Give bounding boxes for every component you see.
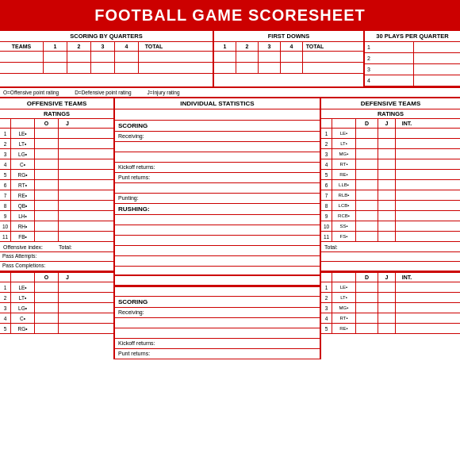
individual-stats-title: INDIVIDUAL STATISTICS — [115, 98, 320, 109]
team1-row — [0, 52, 213, 63]
q4-header: 4 — [115, 42, 139, 51]
receiving-line-2: Receiving: — [115, 308, 320, 318]
offensive-panel: OFFENSIVE TEAMS RATINGS O J 1 LE• 2 LT• … — [0, 98, 115, 359]
def-player-1: 1 LE• — [321, 129, 460, 139]
off-player-11: 11 FB• — [0, 232, 113, 242]
offensive-sub-headers: O J — [0, 119, 113, 129]
scoring-col-headers: TEAMS 1 2 3 4 TOTAL — [0, 42, 213, 52]
offensive-total-label: Total: — [59, 244, 110, 250]
j-rating-note: J=Injury rating — [148, 90, 180, 95]
def-player2-3: 3 MG• — [321, 303, 460, 313]
o-rating-note: O=Offensive point rating — [3, 90, 59, 95]
off-player-7: 7 RE• — [0, 190, 113, 201]
def-player2-5: 5 RE• — [321, 324, 460, 334]
ppq-row4: 4 — [365, 75, 460, 86]
def-player2-4: 4 RT• — [321, 313, 460, 324]
offensive-index-row: Offensive index: Total: — [0, 242, 113, 252]
offensive-index-label: Offensive index: — [3, 244, 59, 250]
def-player-11: 11 FS• — [321, 232, 460, 242]
def-player-3: 3 MG• — [321, 149, 460, 159]
team2-row — [0, 63, 213, 74]
defensive-panel: DEFENSIVE TEAMS RATINGS D J INT. 1 LE• 2… — [321, 98, 460, 359]
scoring-quarters-section: SCORING BY QUARTERS TEAMS 1 2 3 4 TOTAL — [0, 31, 214, 86]
offensive-panel-title: OFFENSIVE TEAMS — [0, 98, 113, 109]
kickoff-line-2: Kickoff returns: — [115, 339, 320, 349]
first-downs-title: FIRST DOWNS — [214, 31, 363, 42]
def-player-9: 9 RCB• — [321, 211, 460, 221]
individual-pass-blank2 — [115, 276, 320, 286]
main-stats-section: OFFENSIVE TEAMS RATINGS O J 1 LE• 2 LT• … — [0, 98, 460, 359]
def-player-4: 4 RT• — [321, 159, 460, 170]
ppq-row1: 1 — [365, 42, 460, 53]
def-player-6: 6 LLB• — [321, 180, 460, 190]
d-rating-note: D=Defensive point rating — [75, 90, 131, 95]
kickoff-line: Kickoff returns: — [115, 163, 320, 173]
off-player-6: 6 RT• — [0, 180, 113, 190]
q3-header: 3 — [91, 42, 115, 51]
off-player2-3: 3 LG• — [0, 303, 113, 313]
defensive-blank-2 — [321, 262, 460, 271]
individual-second-blank — [115, 286, 320, 297]
q2-header: 2 — [67, 42, 91, 51]
receiving-blank-3[interactable] — [115, 318, 320, 328]
off-player-5: 5 RG• — [0, 170, 113, 180]
offensive-ratings-header: RATINGS — [0, 109, 113, 119]
off-player2-1: 1 LE• — [0, 282, 113, 293]
defensive-sub-headers-2: D J INT. — [321, 271, 460, 282]
individual-pass-blank — [115, 267, 320, 276]
def-player-5: 5 RE• — [321, 170, 460, 180]
plays-per-quarter-section: 30 PLAYS PER QUARTER 1 2 3 4 — [365, 31, 460, 86]
individual-stats-panel: INDIVIDUAL STATISTICS SCORING Receiving:… — [115, 98, 321, 359]
fd-team2-row — [214, 63, 363, 74]
defensive-sub-headers: D J INT. — [321, 119, 460, 129]
defensive-blank-1 — [321, 252, 460, 262]
off-player-3: 3 LG• — [0, 149, 113, 159]
def-player-8: 8 LCB• — [321, 201, 460, 211]
ppq-row2: 2 — [365, 53, 460, 64]
off-player-10: 10 RH• — [0, 221, 113, 232]
first-downs-section: FIRST DOWNS 1 2 3 4 TOTAL — [214, 31, 365, 86]
punt-blank[interactable] — [115, 183, 320, 194]
rushing-blank-1[interactable] — [115, 215, 320, 225]
rushing-blank-3[interactable] — [115, 236, 320, 246]
scoring-section-title-2: SCORING — [115, 297, 320, 308]
individual-index-blank — [115, 256, 320, 267]
receiving-blank-2[interactable] — [115, 152, 320, 163]
receiving-blank-4[interactable] — [115, 328, 320, 339]
off-player-2: 2 LT• — [0, 139, 113, 149]
page-title: FOOTBALL GAME SCORESHEET — [0, 0, 460, 31]
off-player2-4: 4 C• — [0, 313, 113, 324]
individual-blank-header — [115, 109, 320, 121]
def-player2-1: 1 LE• — [321, 282, 460, 293]
rushing-title: RUSHING: — [115, 204, 320, 215]
defensive-total-label: Total: — [324, 244, 457, 250]
off-player-1: 1 LE• — [0, 129, 113, 139]
total-header: TOTAL — [139, 42, 169, 51]
off-player2-2: 2 LT• — [0, 293, 113, 303]
scoring-section-title: SCORING — [115, 121, 320, 132]
defensive-panel-title: DEFENSIVE TEAMS — [321, 98, 460, 109]
defensive-ratings-header: RATINGS — [321, 109, 460, 119]
off-player-8: 8 QB• — [0, 201, 113, 211]
q1-header: 1 — [44, 42, 67, 51]
ratings-note: O=Offensive point rating D=Defensive poi… — [0, 88, 460, 98]
def-player-2: 2 LT• — [321, 139, 460, 149]
plays-per-quarter-title: 30 PLAYS PER QUARTER — [365, 31, 460, 42]
off-player-9: 9 LH• — [0, 211, 113, 221]
pass-completions-row: Pass Completions: — [0, 262, 113, 271]
receiving-blank-1[interactable] — [115, 142, 320, 152]
def-player2-2: 2 LT• — [321, 293, 460, 303]
ppq-row3: 3 — [365, 64, 460, 75]
def-player-7: 7 RLB• — [321, 190, 460, 201]
pass-attempts-row: Pass Attempts: — [0, 252, 113, 262]
fd-team1-row — [214, 52, 363, 63]
punt-line: Punt returns: — [115, 173, 320, 183]
off-player2-5: 5 RG• — [0, 324, 113, 334]
defensive-total-row: Total: — [321, 242, 460, 252]
rushing-blank-2[interactable] — [115, 225, 320, 236]
receiving-line: Receiving: — [115, 132, 320, 142]
rushing-blank-4[interactable] — [115, 246, 320, 256]
fd-col-headers: 1 2 3 4 TOTAL — [214, 42, 363, 52]
scoring-quarters-title: SCORING BY QUARTERS — [0, 31, 213, 42]
punting-line: Punting: — [115, 194, 320, 204]
